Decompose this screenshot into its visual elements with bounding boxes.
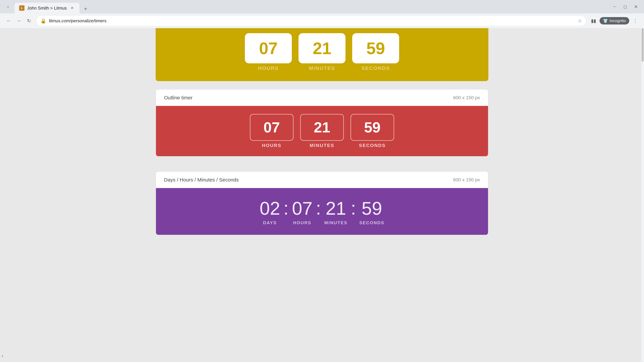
yellow-seconds-value: 59 (366, 39, 385, 58)
days-timer-label: Days / Hours / Minutes / Seconds (164, 177, 239, 183)
page-content: 07 HOURS 21 MINUTES 59 SECONDS Out (0, 28, 644, 250)
purple-colon-1: : (280, 197, 292, 219)
outline-hours-label: HOURS (262, 143, 282, 148)
yellow-timer-card: 07 HOURS 21 MINUTES 59 SECONDS (156, 28, 488, 81)
purple-days-value: 02 (260, 198, 280, 219)
purple-days-segment: 02 DAYS (260, 198, 280, 225)
outline-hours-segment: 07 HOURS (250, 114, 294, 148)
restore-button[interactable]: ◻ (620, 2, 630, 11)
url-text: litmus.com/personalize/timers (49, 18, 575, 23)
address-bar[interactable]: 🔒 litmus.com/personalize/timers ☆ (36, 15, 586, 26)
address-bar-icons: ☆ (578, 18, 582, 24)
yellow-minutes-segment: 21 MINUTES (298, 33, 346, 71)
yellow-seconds-box: 59 (352, 33, 399, 63)
yellow-minutes-value: 21 (312, 39, 331, 58)
tab-back-button[interactable]: ‹ (3, 2, 13, 11)
outline-hours-box: 07 (250, 114, 294, 141)
tab-navigation: ‹ (3, 2, 13, 11)
yellow-hours-box: 07 (245, 33, 292, 63)
purple-colon-2: : (312, 197, 324, 219)
incognito-icon: 👕 (603, 18, 608, 23)
reload-button[interactable]: ↻ (24, 16, 34, 25)
yellow-seconds-label: SECONDS (362, 65, 390, 71)
yellow-hours-label: HOURS (258, 65, 278, 71)
tab-title-text: John Smith > Litmus (27, 5, 67, 11)
tab-close-button[interactable]: ✕ (70, 5, 75, 11)
outline-hours-value: 07 (264, 119, 280, 136)
outline-timer-label: Outline timer (164, 95, 192, 100)
purple-timer-bg: 02 DAYS : 07 HOURS : 21 MINUTES : (156, 188, 488, 235)
outline-seconds-label: SECONDS (359, 143, 386, 148)
outline-seconds-value: 59 (364, 119, 380, 136)
incognito-badge[interactable]: 👕 Incognito (600, 17, 629, 24)
outline-minutes-label: MINUTES (310, 143, 334, 148)
outline-timer-size: 600 x 150 px (453, 95, 480, 100)
nav-controls: ← → ↻ (4, 16, 34, 25)
purple-minutes-value: 21 (326, 198, 346, 219)
tab-bar: ‹ L John Smith > Litmus ✕ + − ◻ ✕ (0, 0, 644, 13)
address-bar-row: ← → ↻ 🔒 litmus.com/personalize/timers ☆ … (0, 13, 644, 28)
outline-timer-bg: 07 HOURS 21 MINUTES 59 SECO (156, 106, 488, 156)
window-controls: − ◻ ✕ (610, 2, 641, 11)
new-tab-button[interactable]: + (81, 4, 90, 13)
purple-minutes-segment: 21 MINUTES (324, 198, 348, 225)
yellow-seconds-segment: 59 SECONDS (352, 33, 399, 71)
purple-colon-3: : (348, 197, 360, 219)
bookmark-icon[interactable]: ☆ (578, 18, 582, 24)
purple-hours-label: HOURS (293, 220, 312, 225)
lock-icon: 🔒 (40, 18, 46, 24)
outline-minutes-box: 21 (300, 114, 344, 141)
tab-group: L John Smith > Litmus ✕ + (14, 0, 608, 13)
scrollbar-thumb[interactable] (642, 28, 644, 62)
outline-minutes-value: 21 (314, 119, 330, 136)
browser-chrome: ‹ L John Smith > Litmus ✕ + − ◻ ✕ ← → ↻ … (0, 0, 644, 28)
back-button[interactable]: ← (4, 16, 14, 25)
purple-minutes-label: MINUTES (324, 220, 348, 225)
toolbar-icons: ▮▮ 👕 Incognito ⋮ (589, 16, 640, 25)
minimize-button[interactable]: − (610, 2, 619, 11)
yellow-minutes-label: MINUTES (309, 65, 335, 71)
yellow-hours-value: 07 (259, 39, 278, 58)
outline-minutes-segment: 21 MINUTES (300, 114, 344, 148)
active-tab[interactable]: L John Smith > Litmus ✕ (14, 3, 80, 13)
days-timer-size: 600 x 150 px (453, 177, 480, 183)
outline-seconds-box: 59 (350, 114, 394, 141)
scrollbar[interactable] (641, 28, 644, 362)
tab-favicon: L (19, 5, 24, 11)
outline-timer-header: Outline timer 600 x 150 px (156, 89, 488, 106)
days-timer-header: Days / Hours / Minutes / Seconds 600 x 1… (156, 172, 488, 188)
purple-hours-value: 07 (292, 198, 312, 219)
outline-seconds-segment: 59 SECONDS (350, 114, 394, 148)
outline-timer-card: Outline timer 600 x 150 px 07 HOURS 21 (156, 89, 488, 157)
purple-seconds-segment: 59 SECONDS (359, 198, 384, 225)
cards-container: 07 HOURS 21 MINUTES 59 SECONDS Out (156, 28, 488, 250)
forward-button[interactable]: → (14, 16, 24, 25)
menu-button[interactable]: ⋮ (630, 16, 640, 25)
purple-seconds-value: 59 (362, 198, 382, 219)
yellow-hours-segment: 07 HOURS (245, 33, 292, 71)
close-button[interactable]: ✕ (631, 2, 641, 11)
extensions-button[interactable]: ▮▮ (589, 16, 598, 25)
incognito-label: Incognito (610, 18, 626, 23)
purple-seconds-label: SECONDS (359, 220, 384, 225)
yellow-minutes-box: 21 (298, 33, 346, 63)
days-timer-card: Days / Hours / Minutes / Seconds 600 x 1… (156, 171, 488, 235)
scroll-bottom-arrow: ‹ (2, 353, 3, 359)
purple-days-label: DAYS (263, 220, 277, 225)
purple-hours-segment: 07 HOURS (292, 198, 312, 225)
